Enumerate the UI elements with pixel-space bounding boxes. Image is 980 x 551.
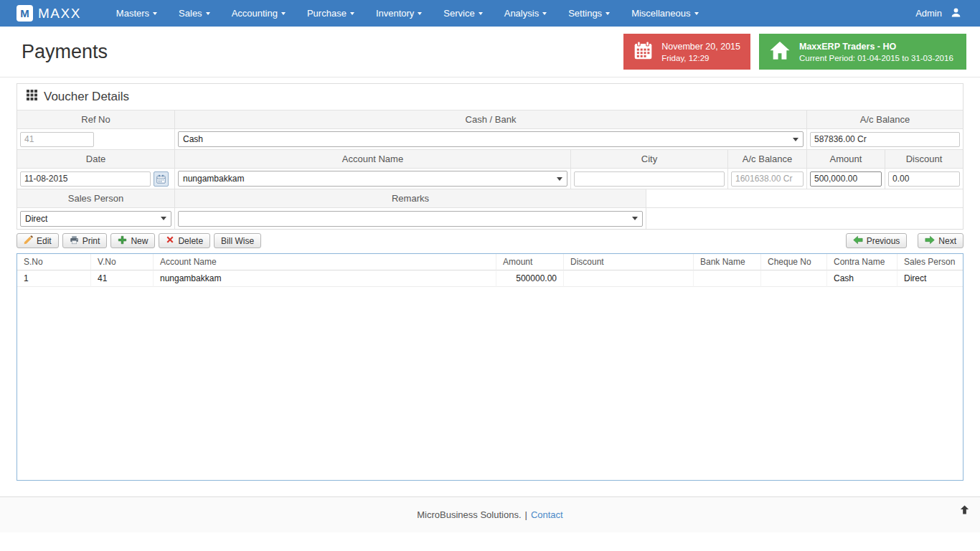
nav-item-masters[interactable]: Masters	[105, 0, 168, 27]
previous-button-label: Previous	[867, 236, 900, 246]
chevron-down-icon	[542, 12, 547, 15]
user-menu[interactable]: Admin	[915, 7, 961, 20]
brand[interactable]: M MAXX	[17, 5, 81, 22]
print-button[interactable]: Print	[62, 233, 108, 248]
nav-item-label: Service	[443, 8, 474, 19]
sales-person-select[interactable]: Direct	[20, 211, 171, 227]
cell-discount	[564, 270, 694, 287]
nav-item-service[interactable]: Service	[433, 0, 493, 27]
chevron-down-icon	[418, 12, 422, 15]
col-vno[interactable]: V.No	[91, 254, 154, 270]
panel-title-text: Voucher Details	[44, 90, 129, 104]
arrow-up-icon	[959, 504, 970, 515]
scroll-to-top-button[interactable]	[959, 504, 970, 517]
nav-item-sales[interactable]: Sales	[168, 0, 221, 27]
chevron-down-icon	[694, 12, 699, 15]
company-text: MaxxERP Traders - HO Current Period: 01-…	[799, 42, 953, 62]
ref-no-input[interactable]	[20, 132, 94, 147]
cell-vno: 41	[91, 270, 154, 287]
company-box: MaxxERP Traders - HO Current Period: 01-…	[759, 34, 966, 70]
nav-item-accounting[interactable]: Accounting	[221, 0, 296, 27]
nav-item-miscellaneous[interactable]: Miscellaneous	[621, 0, 709, 27]
label-cash-bank: Cash / Bank	[175, 110, 807, 129]
delete-button-label: Delete	[178, 236, 203, 246]
new-button[interactable]: New	[110, 233, 155, 248]
nav-item-purchase[interactable]: Purchase	[296, 0, 365, 27]
ac-balance-input[interactable]	[810, 132, 960, 147]
col-cheque-no[interactable]: Cheque No	[761, 254, 827, 270]
label-remarks: Remarks	[175, 189, 646, 208]
bill-wise-button-label: Bill Wise	[221, 236, 254, 246]
label-amount: Amount	[807, 150, 885, 169]
cash-bank-select[interactable]: Cash	[178, 131, 804, 147]
table-row[interactable]: 1 41 nungambakkam 500000.00 Cash Direct	[17, 270, 963, 287]
table-header-row: S.No V.No Account Name Amount Discount B…	[17, 254, 963, 270]
col-bank-name[interactable]: Bank Name	[694, 254, 761, 270]
new-button-label: New	[131, 236, 148, 246]
col-discount[interactable]: Discount	[564, 254, 694, 270]
nav-item-label: Accounting	[232, 8, 278, 19]
label-date: Date	[17, 150, 175, 169]
cell-cheque-no	[761, 270, 827, 287]
nav-item-label: Miscellaneous	[631, 8, 690, 19]
previous-button[interactable]: Previous	[846, 233, 908, 248]
cell-contra-name: Cash	[827, 270, 897, 287]
printer-icon	[70, 235, 79, 247]
col-sno[interactable]: S.No	[17, 254, 91, 270]
col-contra-name[interactable]: Contra Name	[827, 254, 897, 270]
label-discount: Discount	[885, 150, 963, 169]
cell-sno: 1	[17, 270, 91, 287]
col-account-name[interactable]: Account Name	[154, 254, 496, 270]
footer: MicroBusiness Solutions. | Contact	[0, 496, 980, 532]
footer-separator: |	[525, 509, 527, 520]
pencil-icon	[24, 235, 33, 247]
user-icon	[951, 7, 961, 20]
remarks-select[interactable]	[178, 211, 643, 227]
footer-text: MicroBusiness Solutions.	[417, 509, 521, 520]
cell-sales-person: Direct	[897, 270, 963, 287]
current-date: November 20, 2015	[661, 42, 740, 52]
nav-item-settings[interactable]: Settings	[557, 0, 621, 27]
date-input[interactable]	[20, 171, 151, 187]
edit-button[interactable]: Edit	[17, 233, 59, 248]
action-toolbar: Edit Print New Delete Bill Wise Previous…	[17, 233, 963, 248]
discount-input[interactable]	[888, 171, 960, 187]
current-period: Current Period: 01-04-2015 to 31-03-2016	[799, 54, 953, 62]
maxx-logo-icon: M	[17, 5, 33, 22]
ac-balance-2-input[interactable]	[731, 171, 804, 187]
grid-icon	[27, 90, 37, 104]
label-account-name: Account Name	[175, 150, 571, 169]
chevron-down-icon	[206, 12, 210, 15]
cell-account-name: nungambakkam	[154, 270, 496, 287]
col-sales-person[interactable]: Sales Person	[897, 254, 963, 270]
voucher-details-panel: Voucher Details Ref No Cash / Bank A/c B…	[17, 83, 963, 230]
home-icon	[769, 41, 791, 63]
nav-item-label: Analysis	[504, 8, 539, 19]
next-button-label: Next	[938, 236, 956, 246]
contact-link[interactable]: Contact	[531, 509, 563, 520]
label-ac-balance-2: A/c Balance	[728, 150, 807, 169]
chevron-down-icon	[632, 217, 638, 220]
city-input[interactable]	[574, 171, 725, 187]
voucher-table: S.No V.No Account Name Amount Discount B…	[17, 253, 963, 481]
plus-icon	[118, 235, 127, 247]
next-button[interactable]: Next	[918, 233, 963, 248]
bill-wise-button[interactable]: Bill Wise	[214, 233, 261, 248]
date-picker-button[interactable]	[154, 171, 169, 187]
print-button-label: Print	[83, 236, 100, 246]
chevron-down-icon	[793, 138, 798, 141]
col-amount[interactable]: Amount	[496, 254, 564, 270]
amount-input[interactable]	[810, 171, 882, 187]
account-name-select[interactable]: nungambakkam	[178, 171, 567, 187]
chevron-down-icon	[153, 12, 157, 15]
delete-button[interactable]: Delete	[159, 233, 210, 248]
chevron-down-icon	[281, 12, 286, 15]
date-time-box: November 20, 2015 Friday, 12:29	[623, 34, 750, 70]
chevron-down-icon	[557, 177, 562, 181]
calendar-small-icon	[156, 174, 166, 184]
date-time-text: November 20, 2015 Friday, 12:29	[661, 42, 740, 62]
nav-item-label: Inventory	[376, 8, 414, 19]
arrow-left-icon	[853, 235, 863, 247]
nav-item-inventory[interactable]: Inventory	[365, 0, 433, 27]
nav-item-analysis[interactable]: Analysis	[494, 0, 557, 27]
